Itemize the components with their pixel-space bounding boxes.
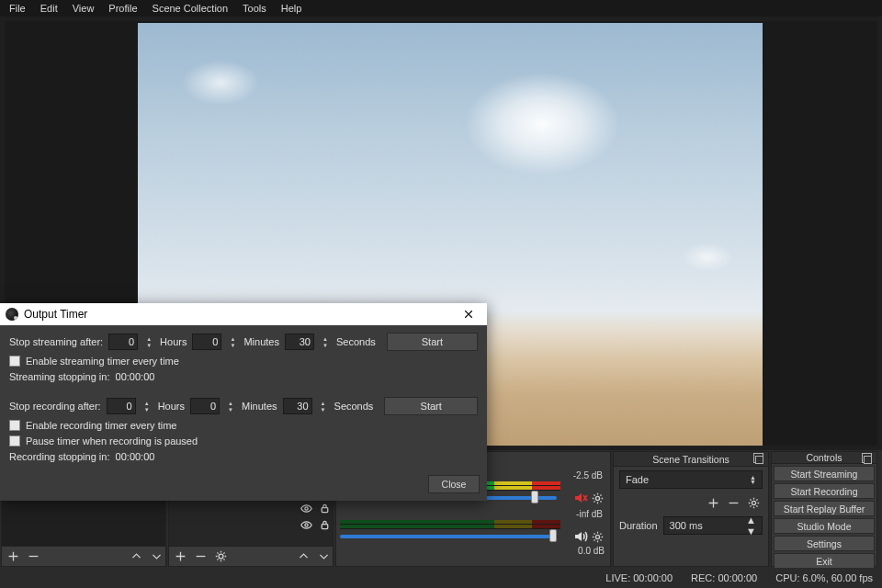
recording-status: Recording stopping in: 00:00:00 — [9, 451, 478, 462]
enable-streaming-timer-label: Enable streaming timer every time — [26, 356, 179, 367]
streaming-hours-input[interactable]: 0 — [108, 334, 138, 350]
menu-profile[interactable]: Profile — [101, 1, 144, 16]
source-row[interactable] — [169, 500, 333, 516]
start-recording-button[interactable]: Start Recording — [774, 483, 875, 499]
sources-remove-button[interactable] — [191, 548, 209, 565]
studio-mode-button[interactable]: Studio Mode — [774, 518, 875, 534]
transition-select[interactable]: Fade ▲▼ — [619, 470, 763, 489]
menu-edit[interactable]: Edit — [33, 1, 65, 16]
svg-point-8 — [219, 554, 223, 559]
streaming-start-button[interactable]: Start — [387, 333, 478, 351]
status-bar: LIVE: 00:00:00 REC: 00:00:00 CPU: 6.0%, … — [0, 568, 882, 588]
transitions-title: Scene Transitions — [652, 454, 729, 465]
dialog-titlebar[interactable]: Output Timer — [0, 303, 487, 325]
sources-properties-button[interactable] — [211, 548, 230, 565]
seconds-label: Seconds — [334, 401, 374, 412]
spinner-icon[interactable]: ▲▼ — [318, 398, 329, 414]
svg-point-6 — [304, 523, 307, 526]
controls-header: Controls — [772, 452, 876, 464]
menu-view[interactable]: View — [65, 1, 102, 16]
hours-label: Hours — [158, 401, 185, 412]
menu-scene-collection[interactable]: Scene Collection — [145, 1, 236, 16]
scenes-add-button[interactable] — [4, 548, 22, 565]
recording-seconds-input[interactable]: 30 — [283, 398, 312, 414]
sources-toolbar — [169, 546, 333, 566]
duration-value[interactable]: 300 ms ▲▼ — [663, 516, 763, 535]
popout-icon[interactable] — [755, 453, 765, 463]
spinner-icon[interactable]: ▲▼ — [320, 334, 331, 350]
output-timer-dialog: Output Timer Stop streaming after: 0 ▲▼ … — [0, 303, 487, 501]
menu-file[interactable]: File — [2, 1, 33, 16]
visibility-icon[interactable] — [300, 518, 312, 531]
scenes-remove-button[interactable] — [24, 548, 42, 565]
stop-recording-row: Stop recording after: 0 ▲▼ Hours 0 ▲▼ Mi… — [9, 397, 478, 415]
transition-remove-button[interactable] — [724, 494, 742, 511]
mixer-bottom-db: 0.0 dB — [336, 544, 610, 557]
lock-icon[interactable] — [318, 518, 331, 531]
exit-button[interactable]: Exit — [774, 553, 875, 569]
mixer-ch2-db: -inf dB — [340, 507, 606, 520]
status-live: LIVE: 00:00:00 — [605, 572, 673, 583]
dialog-close-button[interactable] — [450, 303, 487, 325]
svg-point-4 — [304, 506, 307, 509]
lock-icon[interactable] — [318, 502, 331, 514]
gear-icon[interactable] — [592, 530, 605, 543]
transition-add-button[interactable] — [704, 494, 722, 511]
speaker-muted-icon[interactable] — [573, 491, 588, 505]
source-row[interactable] — [169, 516, 333, 533]
status-cpu: CPU: 6.0%, 60.00 fps — [775, 572, 873, 583]
status-rec: REC: 00:00:00 — [691, 572, 757, 583]
hours-label: Hours — [160, 336, 187, 347]
pause-timer-checkbox[interactable] — [9, 435, 20, 447]
popout-icon[interactable] — [864, 453, 874, 463]
chevron-updown-icon: ▲▼ — [746, 514, 756, 537]
spinner-icon[interactable]: ▲▼ — [227, 334, 238, 350]
sources-up-button[interactable] — [294, 548, 312, 565]
gear-icon[interactable] — [592, 492, 605, 504]
settings-button[interactable]: Settings — [774, 536, 875, 551]
duration-label: Duration — [619, 520, 658, 531]
speaker-icon[interactable] — [573, 529, 588, 544]
dialog-close-footer-button[interactable]: Close — [428, 475, 480, 493]
transitions-panel: Scene Transitions Fade ▲▼ Duration 300 m… — [613, 451, 769, 567]
chevron-updown-icon: ▲▼ — [750, 475, 756, 484]
start-replay-buffer-button[interactable]: Start Replay Buffer — [774, 501, 875, 516]
enable-recording-timer-checkbox[interactable] — [9, 420, 20, 431]
recording-hours-input[interactable]: 0 — [107, 398, 136, 414]
svg-point-9 — [595, 496, 599, 500]
pause-timer-label: Pause timer when recording is paused — [26, 435, 198, 447]
mixer-channel-2: -inf dB — [336, 505, 610, 544]
mixer-ch2-slider[interactable] — [340, 535, 557, 538]
menu-help[interactable]: Help — [274, 1, 310, 16]
enable-streaming-timer-checkbox[interactable] — [9, 356, 20, 367]
stop-recording-label: Stop recording after: — [9, 401, 101, 412]
sources-add-button[interactable] — [171, 548, 189, 565]
sources-down-button[interactable] — [314, 548, 333, 565]
spinner-icon[interactable]: ▲▼ — [225, 398, 236, 414]
seconds-label: Seconds — [336, 336, 376, 347]
scenes-down-button[interactable] — [147, 548, 165, 565]
duration-text: 300 ms — [670, 520, 703, 531]
minutes-label: Minutes — [243, 336, 279, 347]
start-streaming-button[interactable]: Start Streaming — [774, 466, 875, 481]
visibility-icon[interactable] — [300, 502, 312, 514]
transitions-header: Scene Transitions — [614, 452, 768, 467]
stop-streaming-row: Stop streaming after: 0 ▲▼ Hours 0 ▲▼ Mi… — [9, 333, 478, 351]
spinner-icon[interactable]: ▲▼ — [143, 334, 154, 350]
recording-minutes-input[interactable]: 0 — [190, 398, 220, 414]
enable-recording-timer-label: Enable recording timer every time — [26, 420, 176, 431]
mixer-ch2-meter — [340, 520, 560, 529]
scenes-up-button[interactable] — [127, 548, 145, 565]
streaming-status: Streaming stopping in: 00:00:00 — [9, 371, 478, 382]
menu-tools[interactable]: Tools — [235, 1, 274, 16]
transition-settings-button[interactable] — [744, 494, 763, 511]
streaming-seconds-input[interactable]: 30 — [285, 334, 314, 350]
minutes-label: Minutes — [242, 401, 277, 412]
svg-point-11 — [752, 501, 755, 504]
stop-streaming-label: Stop streaming after: — [9, 336, 103, 347]
spinner-icon[interactable]: ▲▼ — [141, 398, 153, 414]
svg-point-10 — [595, 535, 599, 538]
controls-title: Controls — [806, 452, 842, 463]
recording-start-button[interactable]: Start — [384, 397, 478, 415]
streaming-minutes-input[interactable]: 0 — [192, 334, 221, 350]
